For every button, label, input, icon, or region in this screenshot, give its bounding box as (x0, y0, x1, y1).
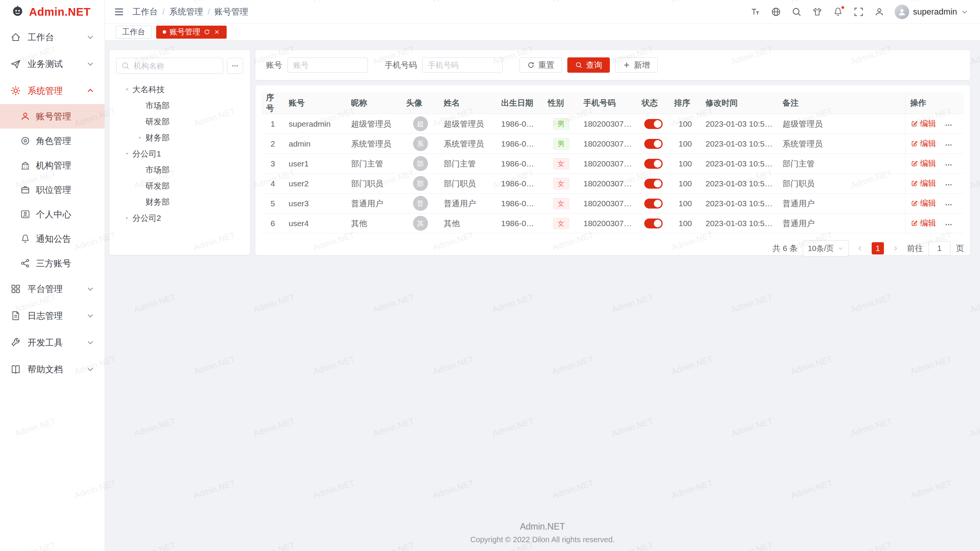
caret-expanded-icon[interactable] (122, 86, 132, 93)
edit-button[interactable]: 编辑 (910, 178, 936, 189)
edit-button[interactable]: 编辑 (910, 198, 936, 209)
cell-actions: 编辑 (905, 214, 964, 233)
add-label: 新增 (634, 60, 650, 70)
total-count: 共 6 条 (773, 243, 797, 254)
edit-button[interactable]: 编辑 (910, 118, 936, 129)
breadcrumb: 工作台 / 系统管理 / 账号管理 (132, 6, 248, 18)
search-button[interactable]: 查询 (567, 57, 610, 73)
breadcrumb-item[interactable]: 工作台 (132, 6, 158, 18)
cell-birth: 1986-06-28 (497, 134, 543, 154)
cell-nickname: 系统管理员 (346, 134, 402, 154)
tab-workbench[interactable]: 工作台 (116, 26, 152, 39)
page-number-button[interactable]: 1 (872, 242, 884, 254)
sidebar-item-organization-management[interactable]: 机构管理 (0, 153, 105, 178)
sidebar-item-notification[interactable]: 通知公告 (0, 227, 105, 251)
sidebar-item-position-management[interactable]: 职位管理 (0, 178, 105, 202)
sidebar-item-workbench[interactable]: 工作台 (0, 24, 105, 51)
edit-button[interactable]: 编辑 (910, 158, 936, 169)
tree-node[interactable]: 研发部 (116, 114, 243, 130)
page-size-select[interactable]: 10条/页 (803, 240, 849, 256)
account-input[interactable] (287, 57, 368, 73)
account-table: 序号 账号 昵称 头像 姓名 出生日期 性别 手机号码 状态 排序 修改时间 备… (261, 92, 964, 233)
breadcrumb-item[interactable]: 账号管理 (214, 6, 248, 18)
cell-birth: 1986-06-28 (497, 194, 543, 214)
add-button[interactable]: 新增 (615, 57, 658, 73)
status-toggle[interactable] (644, 139, 663, 149)
table-row: 2 admin 系统管理员 系 系统管理员 1986-06-28 男 18020… (261, 134, 964, 154)
submenu-label: 账号管理 (36, 111, 71, 122)
edit-button[interactable]: 编辑 (910, 138, 936, 149)
cell-account: user1 (284, 154, 346, 174)
caret-placeholder (135, 118, 145, 126)
cell-gender: 女 (543, 174, 579, 194)
tree-node[interactable]: 财务部 (116, 194, 243, 210)
cell-phone: 18020030720 (579, 134, 637, 154)
search-icon[interactable] (791, 7, 802, 17)
tree-node[interactable]: 财务部 (116, 130, 243, 146)
font-size-icon[interactable] (750, 7, 761, 17)
phone-input[interactable] (422, 57, 503, 73)
cell-avatar: 普 (402, 194, 439, 214)
sidebar-item-role-management[interactable]: 角色管理 (0, 129, 105, 153)
theme-icon[interactable] (812, 7, 823, 17)
sidebar-item-account-management[interactable]: 账号管理 (0, 104, 105, 129)
status-toggle[interactable] (644, 179, 663, 189)
caret-collapsed-icon[interactable] (135, 134, 145, 142)
user-menu[interactable]: superadmin (895, 5, 969, 19)
status-toggle[interactable] (644, 199, 663, 209)
language-icon[interactable] (771, 7, 781, 17)
sidebar-item-platform-management[interactable]: 平台管理 (0, 276, 105, 302)
more-options-button[interactable] (227, 58, 243, 74)
more-actions-button[interactable] (944, 201, 953, 209)
tree-node[interactable]: 研发部 (116, 178, 243, 194)
more-actions-button[interactable] (944, 121, 953, 129)
caret-collapsed-icon[interactable] (122, 214, 132, 222)
book-icon (10, 364, 21, 375)
sidebar-item-personal-center[interactable]: 个人中心 (0, 202, 105, 227)
gender-tag: 女 (553, 218, 569, 229)
tab-account-management[interactable]: 账号管理 (156, 26, 227, 39)
more-actions-button[interactable] (944, 161, 953, 169)
sidebar-item-help-docs[interactable]: 帮助文档 (0, 356, 105, 383)
cell-name: 超级管理员 (439, 114, 497, 134)
goto-page-input[interactable] (928, 241, 951, 256)
close-icon[interactable] (214, 29, 220, 35)
status-toggle[interactable] (644, 159, 663, 169)
cell-status (637, 174, 670, 194)
sidebar-item-system-management[interactable]: 系统管理 (0, 77, 105, 104)
refresh-icon[interactable] (204, 29, 210, 35)
edit-label: 编辑 (920, 218, 936, 228)
notification-icon[interactable] (833, 7, 843, 17)
tree-node[interactable]: 分公司2 (116, 210, 243, 226)
tree-node[interactable]: 市场部 (116, 98, 243, 114)
fullscreen-icon[interactable] (853, 7, 864, 17)
tree-node[interactable]: 大名科技 (116, 82, 243, 98)
sidebar-item-third-party-account[interactable]: 三方账号 (0, 251, 105, 276)
sidebar-item-log-management[interactable]: 日志管理 (0, 302, 105, 329)
cell-gender: 女 (543, 154, 579, 174)
more-actions-button[interactable] (944, 220, 953, 229)
menu-label: 业务测试 (28, 58, 80, 70)
edit-button[interactable]: 编辑 (910, 218, 936, 228)
caret-expanded-icon[interactable] (122, 150, 132, 158)
more-actions-button[interactable] (944, 141, 953, 149)
more-actions-button[interactable] (944, 181, 953, 189)
edit-icon (910, 199, 918, 207)
next-page-button[interactable] (889, 242, 902, 254)
table-row: 5 user3 普通用户 普 普通用户 1986-06-28 女 1802003… (261, 194, 964, 214)
menu-toggle-button[interactable] (113, 6, 125, 18)
cell-account: superadmin (284, 114, 346, 134)
tree-node[interactable]: 市场部 (116, 162, 243, 178)
breadcrumb-item[interactable]: 系统管理 (169, 6, 203, 18)
status-toggle[interactable] (644, 119, 663, 129)
sidebar-item-dev-tools[interactable]: 开发工具 (0, 329, 105, 356)
user-settings-icon[interactable] (874, 7, 885, 17)
cell-gender: 男 (543, 114, 579, 134)
org-search-input[interactable] (116, 58, 223, 74)
tree-node[interactable]: 分公司1 (116, 146, 243, 162)
prev-page-button[interactable] (854, 242, 866, 254)
status-toggle[interactable] (644, 218, 663, 228)
gender-tag: 女 (553, 158, 569, 170)
sidebar-item-business-test[interactable]: 业务测试 (0, 51, 105, 77)
reset-button[interactable]: 重置 (519, 57, 562, 73)
